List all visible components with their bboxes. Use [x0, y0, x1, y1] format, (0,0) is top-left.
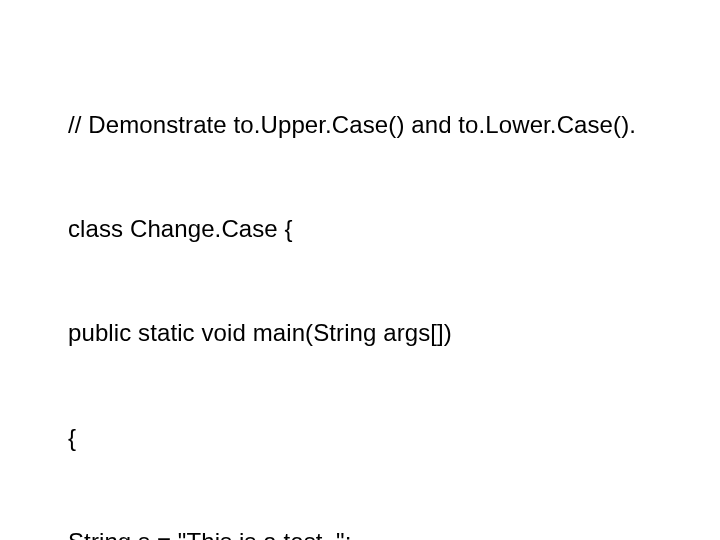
- code-line: {: [68, 421, 660, 456]
- code-line: // Demonstrate to.Upper.Case() and to.Lo…: [68, 108, 660, 143]
- code-block: // Demonstrate to.Upper.Case() and to.Lo…: [68, 38, 660, 540]
- slide: // Demonstrate to.Upper.Case() and to.Lo…: [0, 0, 720, 540]
- code-line: class Change.Case {: [68, 212, 660, 247]
- code-line: String s = "This is a test. ";: [68, 525, 660, 540]
- code-line: public static void main(String args[]): [68, 316, 660, 351]
